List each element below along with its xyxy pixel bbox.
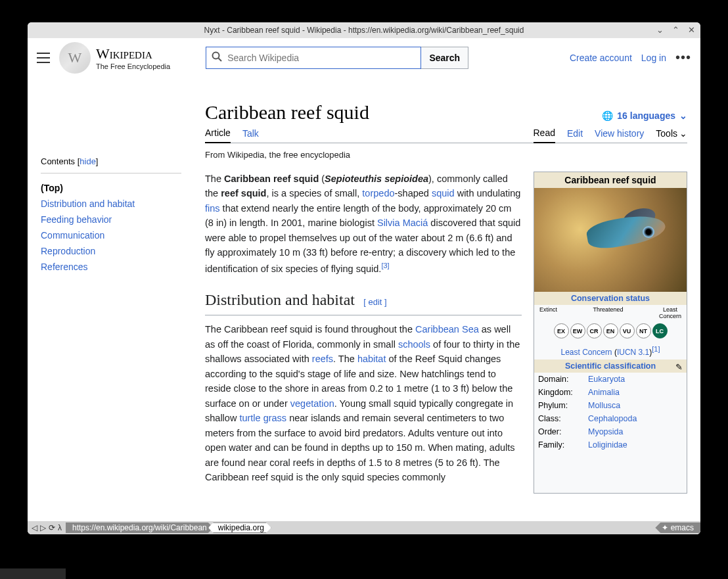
iucn-nt: NT [636, 323, 651, 338]
toc-item-distribution[interactable]: Distribution and habitat [41, 196, 181, 212]
page-tabs: Article Talk Read Edit View history Tool… [205, 127, 687, 143]
svg-line-1 [219, 58, 222, 61]
url-display[interactable]: https://en.wikipedia.org/wiki/Caribbean [66, 522, 214, 533]
link-squid[interactable]: squid [432, 188, 455, 198]
chevron-down-icon: ⌄ [679, 128, 687, 139]
link-fins[interactable]: fins [205, 203, 220, 214]
ref-1[interactable]: [1] [652, 345, 660, 353]
reload-button[interactable]: ⟳ [49, 523, 55, 532]
article-subline: From Wikipedia, the free encyclopedia [205, 150, 687, 160]
link-caribbean-sea[interactable]: Caribbean Sea [415, 324, 479, 335]
link-torpedo[interactable]: torpedo [362, 188, 394, 198]
search-input[interactable] [227, 53, 421, 63]
maximize-button[interactable]: ⌃ [670, 24, 681, 35]
window-titlebar: Nyxt - Caribbean reef squid - Wikipedia … [28, 22, 700, 38]
link-schools[interactable]: schools [398, 339, 430, 350]
login-link[interactable]: Log in [641, 53, 666, 63]
browser-window: Nyxt - Caribbean reef squid - Wikipedia … [28, 22, 700, 534]
taxon-domain: Domain:Eukaryota [534, 373, 687, 386]
iucn-vu: VU [620, 323, 635, 338]
iucn-cr: CR [587, 323, 602, 338]
mode-display[interactable]: ✦ emacs [655, 522, 700, 533]
tools-menu[interactable]: Tools ⌄ [656, 128, 687, 143]
wikipedia-logo[interactable]: Wikipedia The Free Encyclopedia [59, 42, 170, 74]
tab-read[interactable]: Read [534, 127, 555, 143]
search-form: Search [206, 47, 468, 69]
toc-item-references[interactable]: References [41, 259, 181, 275]
tab-talk[interactable]: Talk [242, 128, 259, 143]
language-selector[interactable]: 🌐 16 languages ⌄ [602, 110, 687, 121]
close-button[interactable]: ✕ [686, 24, 696, 35]
link-mollusca[interactable]: Mollusca [588, 401, 620, 410]
taxon-phylum: Phylum:Mollusca [534, 399, 687, 412]
tab-article[interactable]: Article [205, 127, 231, 143]
page-title: Caribbean reef squid [205, 101, 369, 124]
tab-history[interactable]: View history [595, 128, 644, 143]
status-bar: ◁ ▷ ⟳ λ https://en.wikipedia.org/wiki/Ca… [28, 521, 700, 534]
link-reefs[interactable]: reefs [312, 354, 333, 364]
lambda-button[interactable]: λ [58, 523, 62, 532]
link-macia[interactable]: Silvia Maciá [377, 218, 428, 228]
article-main: Caribbean reef squid 🌐 16 languages ⌄ Ar… [181, 78, 687, 494]
link-turtle-grass[interactable]: turtle grass [239, 413, 286, 423]
conservation-status-link[interactable]: Conservation status [571, 294, 650, 303]
taxon-order: Order:Myopsida [534, 425, 687, 438]
infobox-image[interactable] [534, 188, 687, 292]
iucn-scale: EX EW CR EN VU NT LC [534, 319, 687, 342]
iucn-ex: EX [554, 323, 569, 338]
infobox: Caribbean reef squid Conservation status… [534, 172, 687, 494]
toc-item-feeding[interactable]: Feeding behavior [41, 212, 181, 227]
least-concern-link[interactable]: Least Concern [561, 348, 612, 357]
edit-section-link[interactable]: edit [368, 297, 382, 307]
tab-edit[interactable]: Edit [567, 128, 583, 143]
page-content[interactable]: Wikipedia The Free Encyclopedia Search C… [28, 38, 700, 534]
search-icon [206, 51, 227, 64]
link-cephalopoda[interactable]: Cephalopoda [588, 414, 637, 423]
toc-label: Contents [41, 156, 75, 166]
forward-button[interactable]: ▷ [40, 523, 46, 532]
iucn-version-link[interactable]: IUCN 3.1 [617, 348, 649, 357]
language-count: 16 languages [617, 110, 675, 121]
menu-icon[interactable] [37, 53, 50, 63]
nav-controls: ◁ ▷ ⟳ λ [28, 523, 66, 532]
logo-subtitle: The Free Encyclopedia [96, 62, 170, 70]
minimize-button[interactable]: ⌄ [654, 24, 665, 35]
taxon-family: Family:Loliginidae [534, 438, 687, 452]
iucn-labels: Extinct Threatened Least Concern [534, 305, 687, 319]
iucn-en: EN [603, 323, 618, 338]
wiki-header: Wikipedia The Free Encyclopedia Search C… [28, 38, 700, 78]
create-account-link[interactable]: Create account [570, 53, 632, 63]
link-animalia[interactable]: Animalia [588, 388, 620, 397]
iucn-lc: LC [652, 323, 668, 338]
search-button[interactable]: Search [421, 47, 468, 69]
link-vegetation[interactable]: vegetation [290, 398, 334, 409]
classification-link[interactable]: Scientific classification [565, 361, 656, 371]
domain-display[interactable]: wikipedia.org [208, 522, 271, 533]
edit-icon[interactable]: ✎ [675, 362, 683, 372]
more-menu-icon[interactable]: ••• [675, 50, 691, 65]
link-myopsida[interactable]: Myopsida [588, 427, 624, 436]
globe-icon [59, 42, 91, 74]
back-button[interactable]: ◁ [32, 523, 37, 532]
lead-paragraph: The Caribbean reef squid (Sepioteuthis s… [205, 172, 522, 276]
logo-title: Wikipedia [96, 45, 170, 62]
taskbar-tab[interactable] [0, 568, 66, 579]
infobox-title: Caribbean reef squid [534, 172, 687, 188]
distribution-paragraph: The Caribbean reef squid is found throug… [205, 322, 522, 484]
table-of-contents: Contents [hide] (Top) Distribution and h… [41, 78, 181, 494]
toc-hide-button[interactable]: hide [80, 156, 96, 166]
svg-point-0 [213, 52, 219, 58]
taxon-class: Class:Cephalopoda [534, 412, 687, 425]
toc-item-communication[interactable]: Communication [41, 227, 181, 243]
article-body: The Caribbean reef squid (Sepioteuthis s… [205, 172, 522, 494]
translate-icon: 🌐 [602, 110, 613, 121]
ref-3[interactable]: [3] [381, 262, 389, 269]
iucn-ew: EW [570, 323, 585, 338]
classification-header: Scientific classification ✎ [534, 359, 687, 373]
link-eukaryota[interactable]: Eukaryota [588, 375, 625, 384]
taxon-kingdom: Kingdom:Animalia [534, 386, 687, 399]
link-loliginidae[interactable]: Loliginidae [588, 440, 627, 450]
toc-item-top[interactable]: (Top) [41, 180, 181, 196]
toc-item-reproduction[interactable]: Reproduction [41, 243, 181, 259]
link-habitat[interactable]: habitat [357, 354, 386, 364]
